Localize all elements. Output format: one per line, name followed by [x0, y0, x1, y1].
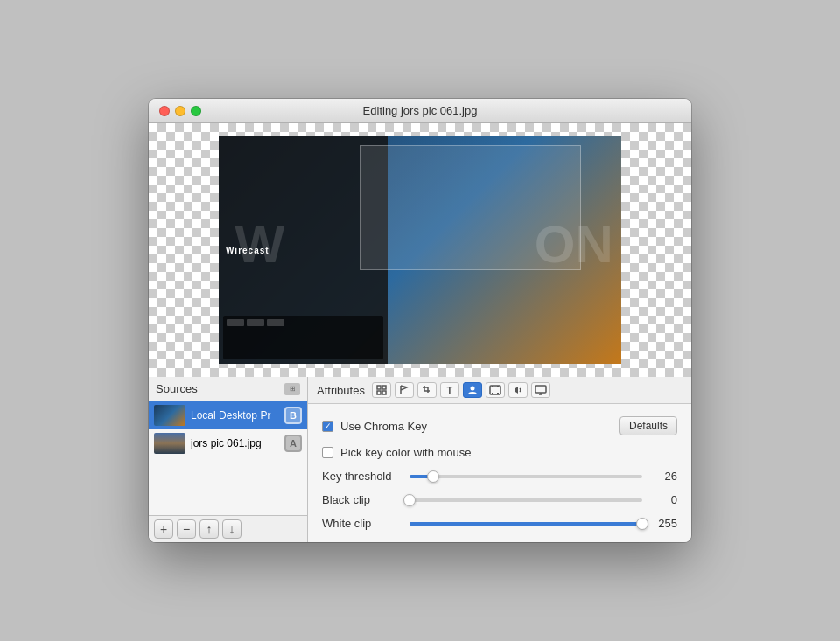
- source-badge-a: A: [284, 435, 302, 452]
- defaults-button[interactable]: Defaults: [620, 416, 677, 435]
- big-on-decoration: ON: [535, 214, 613, 275]
- sources-panel: Sources ⊞ Local Desktop Pr B jors pic 06…: [149, 377, 308, 542]
- main-window: Editing jors pic 061.jpg Wirecast: [149, 99, 691, 542]
- svg-rect-3: [382, 391, 386, 394]
- attr-icon-monitor[interactable]: [531, 382, 550, 398]
- preview-content: Wirecast W ON: [219, 136, 621, 364]
- big-w-decoration: W: [234, 214, 283, 275]
- svg-rect-10: [536, 386, 546, 393]
- source-item-image[interactable]: jors pic 061.jpg A: [149, 429, 307, 457]
- preview-area: Wirecast W ON: [149, 123, 691, 377]
- svg-point-4: [470, 387, 474, 391]
- attributes-panel: Attributes: [308, 377, 691, 542]
- sources-header-icon[interactable]: ⊞: [284, 383, 300, 395]
- white-clip-slider[interactable]: [410, 522, 642, 526]
- remove-source-button[interactable]: −: [177, 519, 196, 539]
- black-clip-row: Black clip 0: [322, 493, 677, 506]
- pick-color-label: Pick key color with mouse: [340, 446, 472, 459]
- black-clip-label: Black clip: [322, 493, 401, 506]
- maximize-button[interactable]: [191, 106, 201, 116]
- inner-screenshot: Wirecast W ON: [219, 136, 621, 364]
- key-threshold-label: Key threshold: [322, 470, 401, 483]
- traffic-lights: [159, 106, 201, 116]
- window-title: Editing jors pic 061.jpg: [363, 104, 478, 117]
- sources-toolbar: + − ↑ ↓: [149, 515, 307, 542]
- key-threshold-thumb[interactable]: [427, 470, 439, 483]
- use-chroma-label: Use Chroma Key: [340, 420, 427, 433]
- white-clip-thumb[interactable]: [636, 518, 648, 530]
- attr-icon-flag[interactable]: [395, 382, 414, 398]
- move-up-button[interactable]: ↑: [200, 519, 219, 539]
- white-clip-value: 255: [651, 517, 677, 530]
- source-thumb-image: [154, 433, 186, 454]
- attributes-header: Attributes: [308, 377, 691, 404]
- source-label-image: jors pic 061.jpg: [191, 437, 279, 449]
- pick-color-checkbox[interactable]: [322, 447, 333, 458]
- preview-btn-2: [247, 319, 264, 326]
- svg-rect-0: [377, 386, 381, 389]
- checkbox-checkmark: ✓: [325, 422, 332, 430]
- key-threshold-slider[interactable]: [410, 475, 642, 478]
- key-threshold-row: Key threshold 26: [322, 470, 677, 483]
- use-chroma-checkbox[interactable]: ✓: [322, 421, 333, 432]
- svg-rect-7: [497, 386, 499, 387]
- preview-btn-3: [267, 319, 284, 326]
- title-bar: Editing jors pic 061.jpg: [149, 99, 691, 123]
- preview-controls: [223, 316, 383, 359]
- attr-icon-filmstrip[interactable]: [486, 382, 505, 398]
- svg-rect-8: [492, 393, 494, 394]
- attr-icon-person[interactable]: [463, 382, 482, 398]
- svg-rect-9: [497, 393, 499, 394]
- close-button[interactable]: [159, 106, 170, 116]
- preview-btn-group: [223, 316, 383, 330]
- svg-rect-6: [492, 386, 494, 387]
- source-item-desktop[interactable]: Local Desktop Pr B: [149, 401, 307, 429]
- move-down-button[interactable]: ↓: [222, 519, 242, 539]
- chroma-key-left: ✓ Use Chroma Key: [322, 420, 427, 433]
- svg-rect-5: [490, 386, 500, 394]
- black-clip-value: 0: [651, 493, 677, 506]
- main-section: Sources ⊞ Local Desktop Pr B jors pic 06…: [149, 377, 691, 542]
- white-clip-fill: [410, 522, 642, 526]
- source-thumb-desktop: [154, 405, 186, 426]
- source-label-desktop: Local Desktop Pr: [191, 409, 279, 422]
- source-badge-b: B: [284, 407, 302, 424]
- chroma-key-row: ✓ Use Chroma Key Defaults: [322, 416, 677, 435]
- attr-icon-layout[interactable]: [372, 382, 391, 398]
- attr-icon-text[interactable]: T: [440, 382, 459, 398]
- attr-icon-audio[interactable]: [508, 382, 528, 398]
- black-clip-slider[interactable]: [410, 498, 642, 502]
- key-threshold-value: 26: [651, 470, 677, 483]
- sources-title: Sources: [156, 382, 198, 395]
- pick-color-row: Pick key color with mouse: [322, 446, 677, 459]
- attributes-title: Attributes: [317, 384, 365, 397]
- white-clip-row: White clip 255: [322, 517, 677, 530]
- black-clip-thumb[interactable]: [403, 494, 416, 506]
- svg-rect-1: [382, 386, 386, 389]
- minimize-button[interactable]: [175, 106, 186, 116]
- white-clip-label: White clip: [322, 517, 401, 530]
- sources-list: Local Desktop Pr B jors pic 061.jpg A: [149, 401, 307, 515]
- preview-btn-1: [227, 319, 244, 326]
- sources-header: Sources ⊞: [149, 377, 307, 401]
- add-source-button[interactable]: +: [154, 519, 173, 539]
- attr-icon-crop[interactable]: [417, 382, 437, 398]
- svg-rect-2: [377, 391, 381, 394]
- attributes-content: ✓ Use Chroma Key Defaults Pick key color…: [308, 404, 691, 542]
